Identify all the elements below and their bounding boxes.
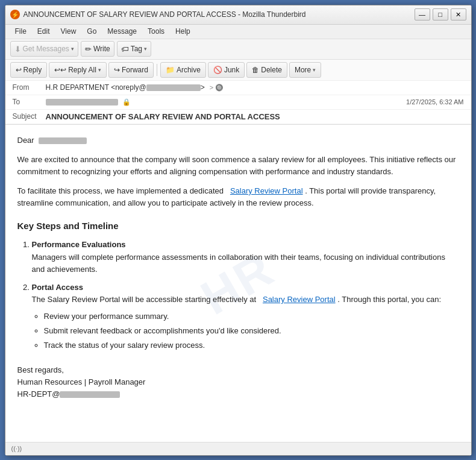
from-row: From H.R DEPARTMENT <noreply@> > 🔘 [5, 81, 471, 95]
forward-button[interactable]: ↪ Forward [108, 62, 154, 78]
junk-button[interactable]: 🚫 Junk [208, 62, 245, 78]
bullet-2: Submit relevant feedback or accomplishme… [44, 325, 459, 337]
step-2-title: Portal Access [32, 283, 84, 292]
subject-row: Subject ANNOUNCEMENT OF SALARY REVIEW AN… [5, 110, 471, 124]
get-messages-dropdown-icon: ▾ [71, 46, 74, 52]
from-redacted [146, 84, 201, 91]
reply-all-icon: ↩↩ [54, 66, 66, 74]
archive-button[interactable]: 📁 Archive [160, 62, 206, 78]
more-button[interactable]: More ▾ [289, 62, 321, 78]
get-messages-button[interactable]: ⬇ Get Messages ▾ [10, 41, 78, 57]
write-button[interactable]: ✏ Write [81, 41, 114, 57]
close-button[interactable]: ✕ [451, 8, 466, 20]
reply-button[interactable]: ↩ Reply [10, 62, 48, 78]
reply-icon: ↩ [16, 66, 22, 74]
from-extra-icon: > 🔘 [210, 84, 224, 92]
key-steps-heading: Key Steps and Timeline [17, 219, 459, 233]
menu-message[interactable]: Message [102, 26, 142, 37]
portal-features-list: Review your performance summary. Submit … [32, 310, 459, 351]
forward-icon: ↪ [114, 66, 120, 74]
menu-view[interactable]: View [56, 26, 81, 37]
bullet-3: Track the status of your salary review p… [44, 339, 459, 351]
menu-edit[interactable]: Edit [33, 26, 55, 37]
subject-value: ANNOUNCEMENT OF SALARY REVIEW AND PORTAL… [46, 112, 464, 121]
from-label: From [13, 83, 46, 92]
to-value: 🔒 [46, 98, 407, 106]
body-paragraph-2: To facilitate this process, we have impl… [17, 185, 459, 209]
get-messages-icon: ⬇ [14, 45, 21, 54]
minimize-button[interactable]: — [415, 8, 430, 20]
from-value: H.R DEPARTMENT <noreply@> [46, 83, 205, 92]
step-1: Performance Evaluations Managers will co… [32, 239, 459, 275]
reply-all-button[interactable]: ↩↩ Reply All ▾ [49, 62, 107, 78]
menu-go[interactable]: Go [82, 26, 101, 37]
step-2: Portal Access The Salary Review Portal w… [32, 282, 459, 352]
steps-list: Performance Evaluations Managers will co… [17, 239, 459, 351]
bullet-1: Review your performance summary. [44, 310, 459, 323]
email-content: Dear We are excited to announce that the… [17, 134, 459, 401]
reply-all-dropdown-icon: ▾ [98, 67, 101, 73]
menu-file[interactable]: File [10, 26, 31, 37]
main-toolbar: ⬇ Get Messages ▾ ✏ Write 🏷 Tag ▾ [5, 39, 471, 60]
menu-help[interactable]: Help [171, 26, 195, 37]
window-controls: — □ ✕ [415, 8, 466, 20]
separator-1 [157, 64, 157, 76]
menu-bar: File Edit View Go Message Tools Help [5, 25, 471, 39]
archive-icon: 📁 [166, 66, 175, 74]
step-1-title: Performance Evaluations [32, 240, 126, 249]
closing-line-2: Human Resources | Payroll Manager [17, 377, 146, 386]
delete-icon: 🗑 [252, 66, 259, 74]
main-window: ANNOUNCEMENT OF SALARY REVIEW AND PORTAL… [5, 5, 472, 456]
tag-button[interactable]: 🏷 Tag ▾ [117, 41, 151, 57]
maximize-button[interactable]: □ [433, 8, 448, 20]
salary-review-portal-link-2[interactable]: Salary Review Portal [263, 295, 336, 304]
closing-line-3: HR-DEPT@ [17, 389, 121, 399]
closing: Best regards, Human Resources | Payroll … [17, 364, 459, 400]
app-icon [10, 10, 20, 19]
greeting-paragraph: Dear [17, 134, 459, 147]
closing-line-1: Best regards, [17, 365, 64, 374]
to-label: To [13, 98, 46, 106]
email-header: ↩ Reply ↩↩ Reply All ▾ ↪ Forward 📁 Archi… [5, 60, 471, 125]
subject-label: Subject [13, 112, 46, 121]
to-row: To 🔒 1/27/2025, 6:32 AM [5, 95, 471, 110]
tag-dropdown-icon: ▾ [144, 46, 147, 52]
delete-button[interactable]: 🗑 Delete [246, 62, 287, 78]
email-timestamp: 1/27/2025, 6:32 AM [406, 98, 463, 106]
to-redacted [46, 99, 118, 106]
sender-email-redacted [60, 391, 120, 398]
lock-icon: 🔒 [122, 98, 131, 106]
status-icon: ((·)) [11, 445, 22, 452]
title-bar: ANNOUNCEMENT OF SALARY REVIEW AND PORTAL… [5, 5, 471, 25]
action-bar: ↩ Reply ↩↩ Reply All ▾ ↪ Forward 📁 Archi… [5, 60, 471, 81]
tag-icon: 🏷 [121, 45, 129, 54]
salary-review-portal-link-1[interactable]: Salary Review Portal [230, 186, 303, 195]
menu-tools[interactable]: Tools [143, 26, 169, 37]
step-1-body: Managers will complete performance asses… [32, 253, 445, 274]
status-bar: ((·)) [5, 442, 471, 455]
email-body: HR Dear We are excited to announce that … [5, 125, 471, 442]
write-icon: ✏ [85, 45, 92, 54]
window-title: ANNOUNCEMENT OF SALARY REVIEW AND PORTAL… [23, 10, 306, 19]
body-paragraph-1: We are excited to announce that the comp… [17, 154, 459, 178]
recipient-name-redacted [39, 137, 87, 144]
junk-icon: 🚫 [213, 66, 222, 74]
more-dropdown-icon: ▾ [313, 67, 316, 73]
title-bar-left: ANNOUNCEMENT OF SALARY REVIEW AND PORTAL… [10, 10, 306, 19]
